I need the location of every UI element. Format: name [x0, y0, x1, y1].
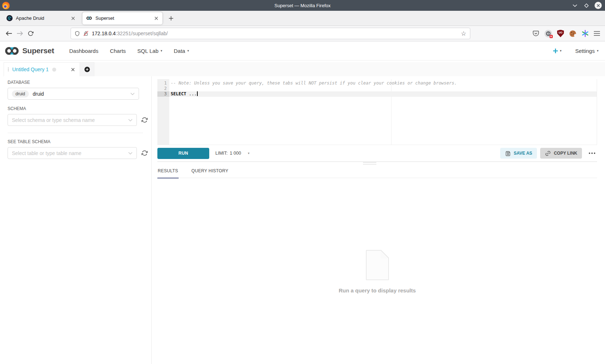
chevron-down-icon	[128, 119, 133, 122]
nav-item-dashboards[interactable]: Dashboards	[69, 48, 98, 54]
url-bar[interactable]: 172.18.0.4:32251/superset/sqllab/ ☆	[71, 28, 470, 39]
copy-link-label: COPY LINK	[554, 151, 577, 156]
browser-tab-superset[interactable]: Superset	[82, 12, 162, 24]
query-tab-label: Untitled Query 1	[12, 67, 49, 72]
save-as-label: SAVE AS	[514, 151, 532, 156]
run-button[interactable]: RUN	[157, 148, 209, 159]
folded-corner	[381, 250, 389, 258]
chevron-down-icon	[128, 152, 133, 155]
chevron-down-icon	[573, 4, 577, 7]
limit-label: LIMIT:	[215, 151, 228, 156]
table-placeholder: Select table or type table name	[12, 150, 81, 156]
diamond-icon	[584, 3, 589, 8]
druid-favicon-icon	[6, 15, 13, 21]
extension-asterisk-icon[interactable]	[582, 30, 589, 37]
document-icon	[366, 250, 389, 280]
browser-tab-druid[interactable]: Apache Druid	[3, 12, 79, 24]
browser-tab-bar: Apache Druid Superset	[0, 11, 605, 26]
lock-insecure-icon	[83, 31, 89, 36]
line-number: 3	[157, 91, 169, 97]
tab-label: Superset	[95, 15, 149, 21]
database-select[interactable]: druid druid	[8, 88, 139, 100]
firefox-window: Superset — Mozilla Firefox Apache Druid	[0, 0, 605, 364]
editor-code-area[interactable]: -- Note: Unless you save your query, the…	[169, 79, 597, 145]
nav-item-data[interactable]: Data▾	[174, 48, 189, 54]
table-schema-label: SEE TABLE SCHEMA	[8, 139, 148, 144]
reload-button[interactable]	[25, 28, 36, 39]
copy-link-button[interactable]: COPY LINK	[540, 148, 582, 159]
save-icon	[505, 150, 511, 156]
refresh-icon	[142, 150, 148, 156]
save-as-button[interactable]: SAVE AS	[500, 148, 537, 159]
query-tab-active[interactable]: Untitled Query 1	[4, 62, 80, 76]
window-minimize-button[interactable]	[572, 2, 578, 9]
shield-icon	[75, 31, 80, 37]
ellipsis-icon	[589, 153, 595, 154]
database-tag: druid	[12, 90, 29, 97]
close-icon	[154, 17, 158, 20]
window-titlebar: Superset — Mozilla Firefox	[0, 0, 605, 11]
tab-query-history[interactable]: QUERY HISTORY	[191, 167, 229, 178]
nav-label: Charts	[110, 48, 126, 54]
window-maximize-button[interactable]	[583, 2, 590, 9]
tab-close-button[interactable]	[69, 14, 77, 22]
window-close-button[interactable]	[595, 2, 602, 9]
refresh-schemas-button[interactable]	[140, 116, 148, 124]
schema-placeholder: Select schema or type schema name	[12, 117, 95, 123]
caret-down-icon: ▾	[187, 49, 189, 53]
more-menu-button[interactable]	[587, 148, 597, 158]
sql-editor[interactable]: 1 2 3 -- Note: Unless you save your quer…	[157, 79, 597, 145]
navbar-right: ▾ Settings ▾	[553, 48, 599, 54]
sql-lab-sidebar: DATABASE druid druid SCHEMA Select schem…	[0, 76, 152, 364]
sql-comment: -- Note: Unless you save your query, the…	[171, 81, 457, 86]
link-icon	[545, 150, 551, 156]
database-label: DATABASE	[8, 80, 148, 85]
text-cursor	[197, 91, 198, 96]
menu-hamburger-icon[interactable]	[594, 31, 600, 36]
line-number: 2	[157, 86, 169, 91]
pocket-icon[interactable]	[532, 30, 539, 37]
settings-menu[interactable]: Settings ▾	[575, 48, 599, 54]
sql-text: ...	[189, 91, 197, 96]
caret-down-icon: ▾	[161, 49, 162, 53]
close-icon	[71, 17, 75, 20]
brand-name: Superset	[22, 46, 54, 55]
schema-select[interactable]: Select schema or type schema name	[8, 114, 137, 126]
tab-strip-spacer	[94, 62, 605, 76]
tab-results[interactable]: RESULTS	[157, 167, 179, 178]
back-button[interactable]	[4, 28, 14, 39]
caret-down-icon: ▾	[248, 151, 250, 155]
limit-dropdown[interactable]: LIMIT: 1 000 ▾	[215, 151, 250, 156]
editor-toolbar: RUN LIMIT: 1 000 ▾ SAVE AS COPY LINK	[157, 145, 597, 162]
close-icon	[597, 4, 600, 7]
superset-brand[interactable]: Superset	[4, 46, 54, 56]
results-empty-state: Run a query to display results	[157, 250, 597, 294]
firefox-icon	[2, 2, 10, 9]
line-number: 1	[157, 81, 169, 86]
nav-item-charts[interactable]: Charts	[110, 48, 126, 54]
new-tab-button[interactable]	[165, 13, 177, 24]
sidebar-divider	[8, 133, 143, 133]
settings-label: Settings	[575, 48, 595, 54]
tab-close-button[interactable]	[152, 14, 160, 22]
pane-resize-handle[interactable]	[363, 162, 376, 164]
sql-lab-main: DATABASE druid druid SCHEMA Select schem…	[0, 76, 605, 364]
table-select[interactable]: Select table or type table name	[8, 147, 137, 159]
add-query-tab-button[interactable]	[80, 62, 94, 76]
query-tab-close-button[interactable]	[70, 66, 76, 73]
superset-navbar: Superset Dashboards Charts SQL Lab▾ Data…	[0, 41, 605, 60]
extension-badge: ✕	[550, 35, 553, 38]
forward-button[interactable]	[14, 28, 25, 39]
browser-toolbar: 172.18.0.4:32251/superset/sqllab/ ☆ ✕ UO	[0, 26, 605, 41]
bookmark-star-icon[interactable]: ☆	[461, 31, 466, 37]
nav-item-sql-lab[interactable]: SQL Lab▾	[137, 48, 162, 54]
drag-handle-icon[interactable]	[7, 67, 9, 72]
extension-icon[interactable]: ✕	[544, 30, 552, 37]
cookie-icon[interactable]	[569, 30, 577, 37]
ublock-shield-icon[interactable]: UO	[557, 30, 564, 37]
refresh-tables-button[interactable]	[140, 149, 148, 157]
plus-icon	[169, 16, 174, 21]
plus-icon	[553, 48, 558, 54]
window-controls	[572, 2, 605, 9]
new-item-button[interactable]: ▾	[553, 48, 562, 54]
